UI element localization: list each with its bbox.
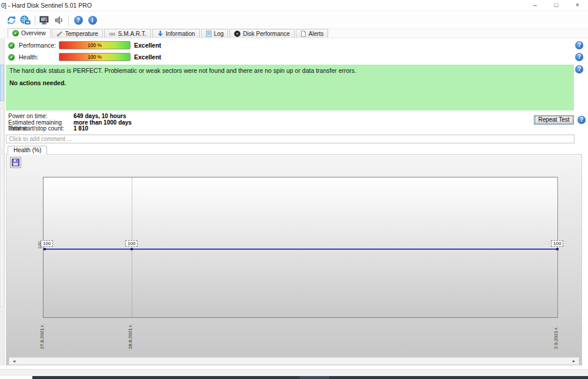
splitter-segment [0,65,4,101]
help-icon[interactable] [575,41,583,49]
performance-label: Performance: [19,42,56,49]
scroll-right-icon[interactable] [570,358,578,364]
check-circle-icon [12,30,19,36]
data-point-label: 100 [125,240,138,247]
tab-smart[interactable]: S.M.A.R.T. [104,29,151,38]
grid-line-vertical [132,177,132,317]
performance-row: Performance: 100 % Excellent [8,41,582,49]
data-point [44,248,46,250]
check-circle-icon [8,42,15,49]
help-icon[interactable] [575,53,583,61]
splitter-segment [0,154,4,307]
x-axis-tick-label: 2.9.2021 r. [553,320,559,349]
network-icon[interactable] [18,14,32,28]
check-circle-icon [8,54,15,61]
tab-health-percent[interactable]: Health (%) [8,146,47,155]
x-axis-tick-label: 27.8.2021 r. [39,320,45,349]
toolbar-separator [68,15,69,26]
health-row: Health: 100 % Excellent [8,53,582,61]
title-bar: 0] - Hard Disk Sentinel 5.01 PRO – □ × [0,0,588,11]
help-icon[interactable] [575,65,583,73]
scroll-left-icon[interactable] [10,358,18,364]
health-plot-area [43,177,558,318]
data-point-label: 100 [41,240,53,247]
information-icon [157,31,163,37]
health-chart-panel: 100 100 100 100 27.8.2021 r. 28.8.2021 r… [6,154,582,365]
smart-icon [109,31,116,37]
tab-overview[interactable]: Overview [8,28,51,38]
close-button[interactable]: × [567,0,588,11]
info-icon[interactable]: i [85,14,99,28]
health-line-series [44,249,557,250]
help-icon[interactable]: ? [71,14,85,28]
sound-icon[interactable] [52,14,66,28]
performance-rating: Excellent [134,42,161,49]
thermometer-icon [56,31,63,37]
health-rating: Excellent [134,53,161,61]
disk-performance-icon [234,31,240,37]
toolbar-separator [35,15,35,26]
splitter-segment [0,108,4,149]
stat-row-power-on-time: Power on time: 649 days, 10 hours [8,113,132,120]
grid-line-vertical [557,177,558,317]
disk-status-text: The hard disk status is PERFECT. Problem… [9,67,570,74]
left-panel-splitter [0,39,5,365]
refresh-icon[interactable] [4,14,18,28]
minimize-button[interactable]: – [524,0,546,11]
taskbar-segment [300,376,329,379]
alerts-icon [300,31,306,37]
monitor-config-icon[interactable] [38,14,52,28]
health-gauge: 100 % [59,53,131,61]
tab-information[interactable]: Information [152,29,200,38]
window-bottom-band [0,369,588,376]
tab-log[interactable]: Log [201,29,229,38]
repeat-test-button[interactable]: Repeat Test [534,115,574,125]
window-controls: – □ × [524,0,588,11]
y-axis-tick-label: 100 [37,242,42,249]
window-title: 0] - Hard Disk Sentinel 5.01 PRO [1,2,92,9]
health-label: Health: [19,53,38,61]
disk-status-action: No actions needed. [9,79,570,86]
main-tab-bar: Overview Temperature S.M.A.R.T. Informat… [0,29,588,38]
tab-disk-performance[interactable]: Disk Performance [229,29,294,38]
app-window: 0] - Hard Disk Sentinel 5.01 PRO – □ × [0,0,588,379]
data-point [131,248,133,250]
comment-input[interactable] [6,135,574,143]
disk-status-box: The hard disk status is PERFECT. Problem… [6,65,574,110]
main-toolbar: ? i [0,12,588,29]
data-point [556,248,559,250]
maximize-button[interactable]: □ [546,0,567,11]
help-icon[interactable] [577,116,586,124]
performance-gauge: 100 % [59,41,131,49]
disk-stats: Power on time: 649 days, 10 hours Estima… [8,113,132,132]
log-icon [206,31,212,37]
tab-alerts[interactable]: Alerts [296,29,329,38]
chart-horizontal-scrollbar[interactable] [9,357,579,365]
x-axis-tick-label: 28.8.2021 r. [128,320,133,349]
save-chart-button[interactable] [10,157,21,168]
floppy-save-icon [12,159,19,166]
tab-temperature[interactable]: Temperature [52,29,103,38]
data-point-label: 100 [551,240,563,247]
stat-row-start-stop-count: Total start/stop count: 1 810 [8,126,132,132]
